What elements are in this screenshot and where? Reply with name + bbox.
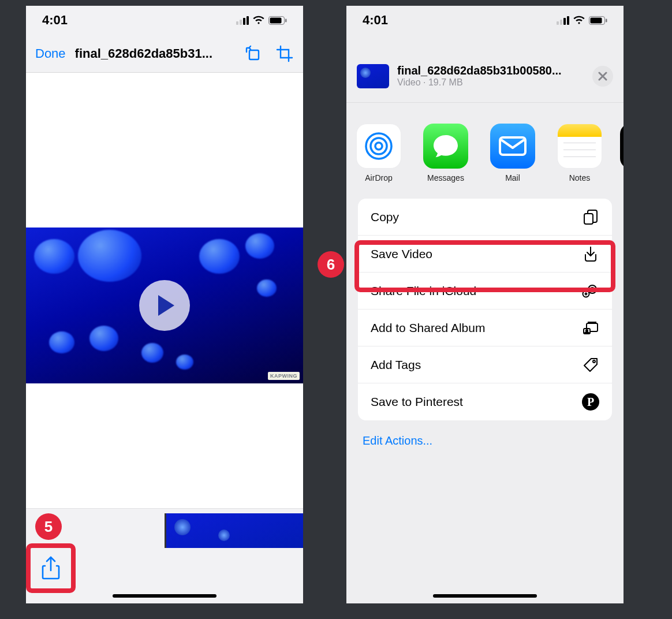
pinterest-icon: P bbox=[582, 393, 599, 411]
more-apps-button[interactable] bbox=[620, 124, 624, 182]
battery-icon bbox=[268, 16, 287, 25]
home-indicator[interactable] bbox=[113, 594, 216, 598]
notes-button[interactable]: Notes bbox=[553, 124, 606, 182]
airdrop-button[interactable]: AirDrop bbox=[352, 124, 405, 182]
status-bar: 4:01 bbox=[26, 6, 303, 35]
home-indicator[interactable] bbox=[433, 594, 537, 598]
edit-actions-button[interactable]: Edit Actions... bbox=[346, 420, 624, 461]
cellular-signal-icon bbox=[557, 16, 569, 25]
messages-label: Messages bbox=[419, 173, 472, 182]
svg-rect-2 bbox=[285, 18, 287, 22]
wifi-icon bbox=[252, 16, 265, 25]
save-pinterest-label: Save to Pinterest bbox=[371, 395, 463, 409]
svg-rect-6 bbox=[606, 18, 607, 22]
svg-point-19 bbox=[593, 360, 595, 363]
phone-left: 4:01 Done final_628d62da85b31... bbox=[26, 6, 303, 603]
actions-list: Copy Save Video Share File in iCloud bbox=[358, 199, 612, 420]
status-right bbox=[236, 16, 287, 25]
svg-rect-3 bbox=[249, 50, 259, 59]
notes-icon bbox=[557, 124, 602, 169]
bottom-bar bbox=[26, 508, 303, 603]
airdrop-icon bbox=[356, 124, 401, 169]
add-shared-album-action[interactable]: Add to Shared Album bbox=[358, 310, 612, 346]
save-video-icon bbox=[582, 245, 599, 263]
save-video-label: Save Video bbox=[371, 247, 432, 261]
add-shared-album-icon bbox=[582, 319, 599, 337]
svg-point-14 bbox=[591, 288, 594, 291]
done-button[interactable]: Done bbox=[32, 46, 69, 61]
svg-point-18 bbox=[586, 329, 588, 331]
annotation-badge-5: 5 bbox=[35, 513, 62, 540]
add-tags-label: Add Tags bbox=[371, 358, 421, 372]
status-time: 4:01 bbox=[42, 13, 68, 28]
close-icon[interactable] bbox=[592, 66, 613, 87]
timeline-thumbnail[interactable] bbox=[165, 513, 303, 548]
notes-label: Notes bbox=[553, 173, 606, 182]
share-icloud-icon bbox=[582, 282, 599, 300]
battery-icon bbox=[589, 16, 607, 25]
more-apps-icon bbox=[620, 124, 624, 169]
svg-point-8 bbox=[371, 138, 387, 154]
share-file-name: final_628d62da85b31b00580... bbox=[397, 64, 584, 77]
copy-action[interactable]: Copy bbox=[358, 199, 612, 236]
mail-label: Mail bbox=[486, 173, 539, 182]
svg-rect-12 bbox=[584, 214, 593, 224]
add-tags-action[interactable]: Add Tags bbox=[358, 346, 612, 383]
status-bar: 4:01 bbox=[346, 6, 624, 35]
share-sheet-header: final_628d62da85b31b00580... Video · 19.… bbox=[346, 50, 624, 103]
messages-button[interactable]: Messages bbox=[419, 124, 472, 182]
svg-point-7 bbox=[375, 143, 382, 150]
add-shared-album-label: Add to Shared Album bbox=[371, 321, 485, 335]
svg-rect-10 bbox=[500, 137, 525, 155]
mail-icon bbox=[490, 124, 535, 169]
play-icon[interactable] bbox=[139, 280, 190, 331]
messages-icon bbox=[423, 124, 468, 169]
svg-rect-1 bbox=[270, 17, 282, 23]
save-video-action[interactable]: Save Video bbox=[358, 236, 612, 273]
mail-button[interactable]: Mail bbox=[486, 124, 539, 182]
crop-icon[interactable] bbox=[272, 41, 297, 66]
cellular-signal-icon bbox=[236, 16, 249, 25]
rotate-icon[interactable] bbox=[241, 41, 266, 66]
copy-icon bbox=[582, 208, 599, 226]
status-time: 4:01 bbox=[363, 13, 388, 28]
file-name: final_628d62da85b31... bbox=[75, 46, 235, 61]
watermark: KAPWING bbox=[268, 372, 300, 380]
annotation-badge-6: 6 bbox=[318, 251, 344, 278]
share-sheet: final_628d62da85b31b00580... Video · 19.… bbox=[346, 50, 624, 603]
airdrop-label: AirDrop bbox=[352, 173, 405, 182]
tag-icon bbox=[582, 356, 599, 374]
wifi-icon bbox=[573, 16, 585, 25]
copy-label: Copy bbox=[371, 210, 399, 224]
share-file-subtitle: Video · 19.7 MB bbox=[397, 77, 584, 88]
nav-bar: Done final_628d62da85b31... bbox=[26, 35, 303, 73]
share-icloud-action[interactable]: Share File in iCloud bbox=[358, 273, 612, 310]
video-preview[interactable]: KAPWING bbox=[26, 228, 303, 383]
status-right bbox=[557, 16, 607, 25]
save-pinterest-action[interactable]: Save to Pinterest P bbox=[358, 383, 612, 420]
app-share-row[interactable]: AirDrop Messages Mail Notes bbox=[346, 103, 624, 193]
svg-rect-5 bbox=[591, 17, 602, 23]
phone-right: 4:01 final_628d62da85b31b00580... Video … bbox=[346, 6, 624, 603]
file-thumbnail bbox=[357, 64, 389, 88]
share-icloud-label: Share File in iCloud bbox=[371, 284, 476, 298]
share-button[interactable] bbox=[26, 543, 76, 593]
